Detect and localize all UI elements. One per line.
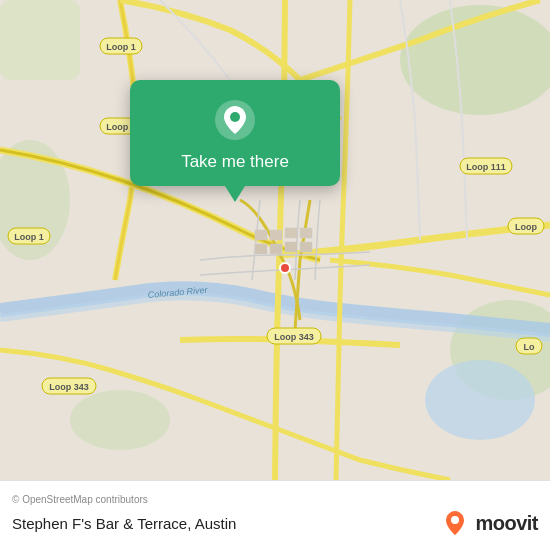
svg-rect-28 <box>300 228 312 238</box>
svg-point-24 <box>280 263 290 273</box>
popup-card[interactable]: Take me there <box>130 80 340 186</box>
svg-rect-30 <box>270 244 282 254</box>
svg-rect-32 <box>300 242 312 252</box>
svg-point-35 <box>451 516 459 524</box>
take-me-there-label: Take me there <box>181 152 289 172</box>
svg-rect-27 <box>285 228 297 238</box>
location-pin-icon <box>213 98 257 142</box>
location-name: Stephen F's Bar & Terrace, Austin <box>12 515 236 532</box>
svg-rect-31 <box>285 242 297 252</box>
svg-text:Lo: Lo <box>524 342 535 352</box>
svg-rect-4 <box>0 0 80 80</box>
svg-rect-25 <box>255 230 267 240</box>
svg-text:Loop 343: Loop 343 <box>274 332 314 342</box>
map-attribution: © OpenStreetMap contributors <box>12 494 538 505</box>
moovit-brand-text: moovit <box>475 512 538 535</box>
bottom-bar: © OpenStreetMap contributors Stephen F's… <box>0 480 550 550</box>
svg-point-6 <box>425 360 535 440</box>
moovit-pin-icon <box>441 509 469 537</box>
svg-rect-26 <box>270 230 282 240</box>
svg-point-5 <box>70 390 170 450</box>
map-container: Loop 1 Loop 1 Loop 1 Loop 111 Loop Loop … <box>0 0 550 480</box>
svg-text:Loop 1: Loop 1 <box>14 232 44 242</box>
svg-text:Loop 1: Loop 1 <box>106 42 136 52</box>
svg-point-34 <box>230 112 240 122</box>
svg-rect-29 <box>255 244 267 254</box>
svg-text:Loop 343: Loop 343 <box>49 382 89 392</box>
svg-text:Loop: Loop <box>515 222 537 232</box>
moovit-logo: moovit <box>441 509 538 537</box>
svg-text:Loop 111: Loop 111 <box>466 162 506 172</box>
